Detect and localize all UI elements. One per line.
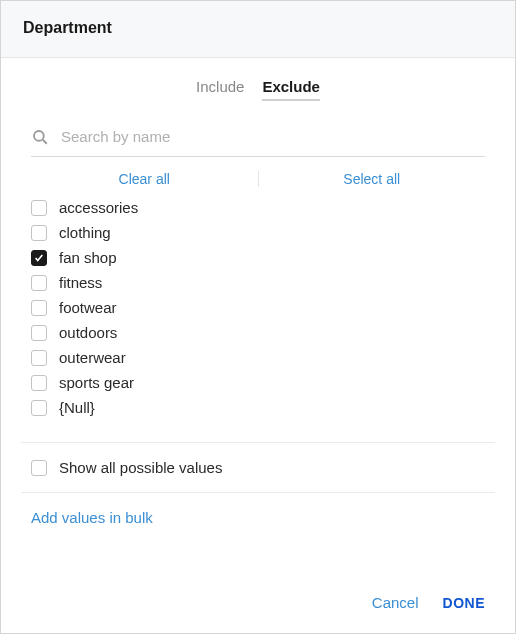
list-item-checkbox[interactable] <box>31 225 47 241</box>
divider <box>21 442 495 443</box>
list-item[interactable]: {Null} <box>31 399 485 416</box>
show-all-values-toggle[interactable]: Show all possible values <box>31 459 485 476</box>
list-item[interactable]: outdoors <box>31 324 485 341</box>
search-icon <box>31 128 49 146</box>
svg-point-0 <box>34 131 44 141</box>
svg-line-1 <box>43 140 47 144</box>
list-item[interactable]: accessories <box>31 199 485 216</box>
show-all-checkbox[interactable] <box>31 460 47 476</box>
list-item-checkbox[interactable] <box>31 200 47 216</box>
bulk-actions: Clear all Select all <box>31 171 485 187</box>
search-input[interactable] <box>59 127 485 146</box>
list-item-label: footwear <box>59 299 117 316</box>
tabs: Include Exclude <box>1 58 515 111</box>
dialog-title: Department <box>23 19 493 37</box>
list-item-label: {Null} <box>59 399 95 416</box>
dialog-footer: Cancel DONE <box>1 574 515 633</box>
list-item-label: sports gear <box>59 374 134 391</box>
tab-include[interactable]: Include <box>196 78 244 101</box>
list-item-checkbox[interactable] <box>31 325 47 341</box>
list-item-checkbox[interactable] <box>31 275 47 291</box>
list-item[interactable]: sports gear <box>31 374 485 391</box>
list-item[interactable]: outerwear <box>31 349 485 366</box>
tab-exclude[interactable]: Exclude <box>262 78 320 101</box>
show-all-label: Show all possible values <box>59 459 222 476</box>
list-item-checkbox[interactable] <box>31 400 47 416</box>
list-item-label: fitness <box>59 274 102 291</box>
list-item-label: outdoors <box>59 324 117 341</box>
list-item-checkbox[interactable] <box>31 250 47 266</box>
list-item[interactable]: fan shop <box>31 249 485 266</box>
clear-all-button[interactable]: Clear all <box>31 171 259 187</box>
add-values-in-bulk-link[interactable]: Add values in bulk <box>31 509 485 526</box>
list-item-label: clothing <box>59 224 111 241</box>
list-item-label: accessories <box>59 199 138 216</box>
list-item[interactable]: fitness <box>31 274 485 291</box>
list-item[interactable]: footwear <box>31 299 485 316</box>
values-list: accessoriesclothingfan shopfitnessfootwe… <box>31 199 485 416</box>
search-field[interactable] <box>31 121 485 157</box>
divider <box>21 492 495 493</box>
select-all-button[interactable]: Select all <box>259 171 486 187</box>
dialog-header: Department <box>1 1 515 58</box>
list-item-checkbox[interactable] <box>31 350 47 366</box>
cancel-button[interactable]: Cancel <box>372 594 419 611</box>
list-item[interactable]: clothing <box>31 224 485 241</box>
list-item-label: outerwear <box>59 349 126 366</box>
done-button[interactable]: DONE <box>443 595 485 611</box>
list-item-checkbox[interactable] <box>31 375 47 391</box>
dialog-body: Include Exclude Clear all Select all acc… <box>1 58 515 633</box>
list-item-label: fan shop <box>59 249 117 266</box>
list-item-checkbox[interactable] <box>31 300 47 316</box>
